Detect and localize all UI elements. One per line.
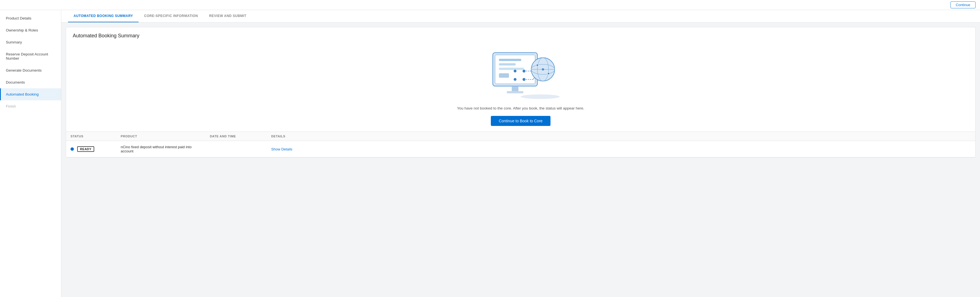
svg-rect-3: [499, 63, 515, 65]
table-row: READY nCino fixed deposit without intere…: [66, 141, 975, 157]
page-title: Automated Booking Summary: [66, 27, 975, 39]
sidebar-item-documents[interactable]: Documents: [0, 76, 61, 88]
status-message: You have not booked to the core. After y…: [457, 106, 584, 110]
tab-core-specific-information[interactable]: Core-Specific Information: [138, 10, 204, 22]
tab-automated-booking-summary[interactable]: Automated Booking Summary: [68, 10, 138, 22]
svg-point-24: [514, 78, 517, 81]
svg-point-8: [521, 94, 560, 99]
sidebar-item-summary[interactable]: Summary: [0, 36, 61, 48]
status-dot-icon: [70, 148, 74, 151]
table-cell-details: Show Details: [267, 141, 975, 157]
col-header-status: Status: [66, 132, 116, 141]
svg-rect-2: [499, 59, 521, 61]
sidebar-item-finish: Finish: [0, 100, 61, 112]
col-header-details: Details: [267, 132, 975, 141]
tab-bar: Automated Booking Summary Core-Specific …: [61, 10, 980, 22]
sidebar-item-ownership-roles[interactable]: Ownership & Roles: [0, 24, 61, 36]
table-cell-datetime: [205, 141, 267, 157]
table-cell-status: READY: [66, 141, 116, 157]
svg-rect-7: [507, 91, 523, 93]
booking-table: Status Product Date and Time Details REA…: [66, 132, 975, 157]
svg-rect-5: [499, 73, 509, 78]
illustration-area: You have not booked to the core. After y…: [66, 39, 975, 132]
main-content-box: Automated Booking Summary: [66, 27, 975, 158]
show-details-link[interactable]: Show Details: [271, 147, 293, 151]
sidebar-item-reserve-deposit[interactable]: Reserve Deposit Account Number: [0, 48, 61, 64]
booking-illustration: [482, 47, 560, 103]
sidebar-item-generate-documents[interactable]: Generate Documents: [0, 64, 61, 76]
ready-badge: READY: [77, 146, 94, 152]
sidebar-item-automated-booking[interactable]: Automated Booking: [0, 88, 61, 100]
svg-point-23: [514, 70, 517, 72]
top-bar: Continue: [0, 0, 980, 10]
content-area: Automated Booking Summary Core-Specific …: [61, 10, 980, 297]
sidebar-item-product-details[interactable]: Product Details: [0, 12, 61, 24]
svg-rect-4: [499, 68, 524, 70]
table-cell-product: nCino fixed deposit without interest pai…: [116, 141, 205, 157]
col-header-datetime: Date and Time: [205, 132, 267, 141]
col-header-product: Product: [116, 132, 205, 141]
main-layout: Product Details Ownership & Roles Summar…: [0, 10, 980, 297]
svg-point-22: [531, 58, 555, 81]
tab-review-and-submit[interactable]: Review and Submit: [204, 10, 252, 22]
top-continue-button[interactable]: Continue: [950, 2, 975, 8]
sidebar: Product Details Ownership & Roles Summar…: [0, 10, 61, 297]
continue-to-book-button[interactable]: Continue to Book to Core: [491, 116, 550, 126]
svg-rect-6: [512, 87, 519, 92]
